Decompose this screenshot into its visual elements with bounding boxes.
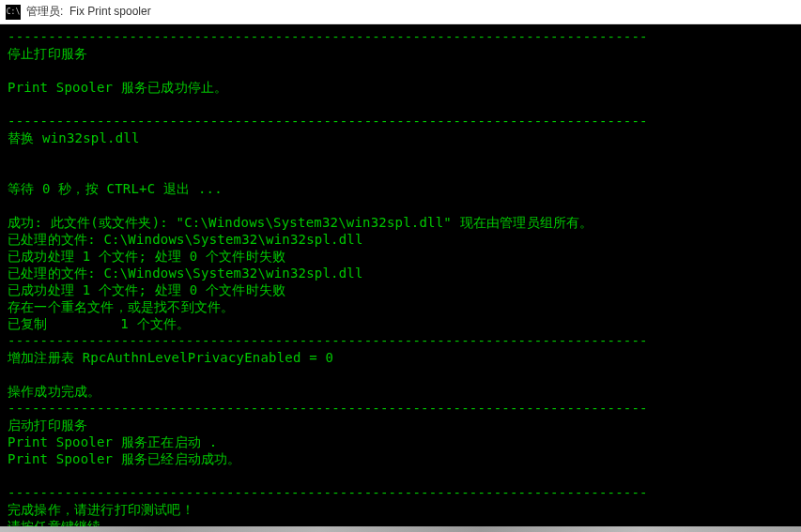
titlebar[interactable]: C:\ 管理员: Fix Print spooler xyxy=(0,0,801,24)
window-title: 管理员: Fix Print spooler xyxy=(26,4,151,20)
console-line: 请按任意键继续. . . xyxy=(8,518,793,526)
console-line: 存在一个重名文件，或是找不到文件。 xyxy=(8,298,793,315)
console-line: 完成操作，请进行打印测试吧！ xyxy=(8,501,793,518)
console-line: ----------------------------------------… xyxy=(8,332,793,349)
cmd-icon: C:\ xyxy=(6,5,21,20)
console-line: 已成功处理 1 个文件; 处理 0 个文件时失败 xyxy=(8,281,793,298)
console-line: 替换 win32spl.dll xyxy=(8,129,793,146)
console-line: 停止打印服务 xyxy=(8,45,793,62)
console-blank xyxy=(8,96,793,113)
console-blank xyxy=(8,62,793,79)
console-line: 已处理的文件: C:\Windows\System32\win32spl.dll xyxy=(8,265,793,281)
console-line: 已处理的文件: C:\Windows\System32\win32spl.dll xyxy=(8,231,793,248)
console-blank xyxy=(8,197,793,214)
console-blank xyxy=(8,366,793,383)
console-line: 已复制 1 个文件。 xyxy=(8,315,793,332)
console-line: ----------------------------------------… xyxy=(8,400,793,417)
console-line: 等待 0 秒，按 CTRL+C 退出 ... xyxy=(8,180,793,197)
console-window: C:\ 管理员: Fix Print spooler -------------… xyxy=(0,0,801,532)
bottom-border xyxy=(0,526,801,532)
console-output[interactable]: ----------------------------------------… xyxy=(0,24,801,526)
console-line: Print Spooler 服务已成功停止。 xyxy=(8,79,793,96)
console-line: Print Spooler 服务已经启动成功。 xyxy=(8,450,793,467)
console-line: 成功: 此文件(或文件夹): "C:\Windows\System32\win3… xyxy=(8,214,793,231)
console-line: 已成功处理 1 个文件; 处理 0 个文件时失败 xyxy=(8,248,793,265)
console-line: ----------------------------------------… xyxy=(8,28,793,45)
console-line: ----------------------------------------… xyxy=(8,113,793,129)
console-line: Print Spooler 服务正在启动 . xyxy=(8,433,793,450)
console-line: 增加注册表 RpcAuthnLevelPrivacyEnabled = 0 xyxy=(8,349,793,366)
console-blank xyxy=(8,146,793,163)
console-blank xyxy=(8,163,793,180)
console-line: ----------------------------------------… xyxy=(8,484,793,501)
console-line: 操作成功完成。 xyxy=(8,383,793,400)
console-line: 启动打印服务 xyxy=(8,417,793,433)
console-blank xyxy=(8,467,793,484)
